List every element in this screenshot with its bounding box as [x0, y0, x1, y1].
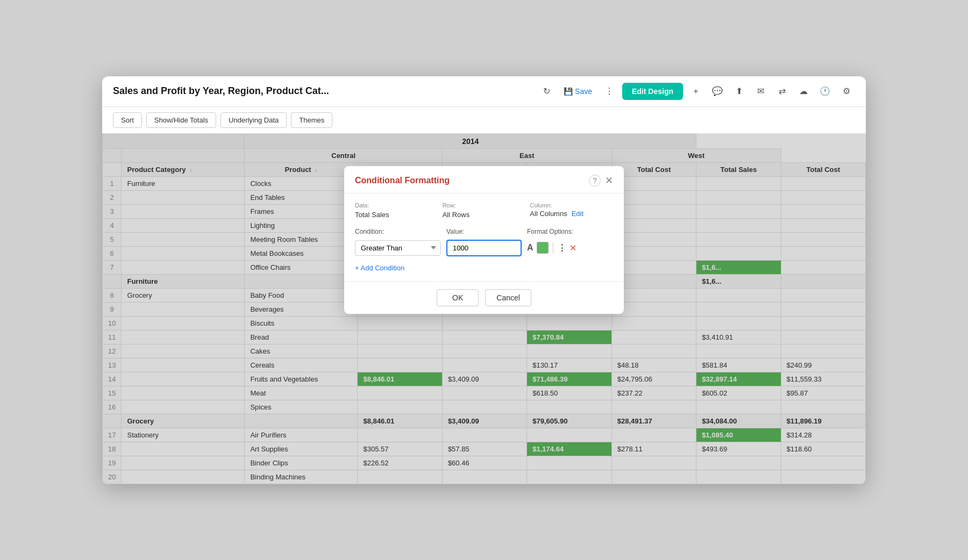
condition-label: Condition: [355, 228, 441, 235]
more-button[interactable]: ⋮ [601, 83, 618, 100]
mail-button[interactable]: ✉ [752, 83, 769, 100]
titlebar-actions: ↻ 💾 Save ⋮ Edit Design + 💬 ⬆ ✉ [538, 83, 855, 100]
value-label: Value: [446, 228, 522, 235]
modal-meta: Data: Total Sales Row: All Rows Column: … [355, 202, 613, 219]
modal-header: Conditional Formatting ? ✕ [344, 166, 624, 193]
save-button[interactable]: 💾 Save [559, 85, 596, 98]
plus-icon: + [693, 87, 698, 96]
format-options-label: Format Options: [527, 228, 573, 235]
column-value: All Columns [530, 210, 567, 218]
row-meta-group: Row: All Rows [443, 202, 526, 219]
content-area: 2014 Central East West Product Category … [102, 134, 866, 484]
color-swatch[interactable] [537, 242, 549, 254]
add-button[interactable]: + [687, 83, 704, 100]
format-more-icon[interactable]: ⋮ [558, 243, 566, 253]
app-window: Sales and Profit by Year, Region, Produc… [102, 76, 866, 484]
column-meta-group: Column: All Columns Edit [530, 202, 613, 219]
conditional-formatting-modal: Conditional Formatting ? ✕ [344, 166, 624, 314]
row-value: All Rows [443, 211, 470, 219]
font-icon: A [527, 243, 533, 253]
close-icon: ✕ [605, 175, 613, 186]
share-button[interactable]: ⇄ [773, 83, 791, 100]
page-title: Sales and Profit by Year, Region, Produc… [113, 85, 538, 97]
underlying-data-button[interactable]: Underlying Data [220, 112, 287, 128]
mail-icon: ✉ [757, 86, 764, 96]
modal-body: Data: Total Sales Row: All Rows Column: … [344, 193, 624, 281]
data-label: Data: [355, 202, 438, 209]
upload-icon: ⬆ [736, 86, 743, 96]
upload-button[interactable]: ⬆ [730, 83, 748, 100]
titlebar: Sales and Profit by Year, Region, Produc… [102, 76, 866, 107]
themes-button[interactable]: Themes [291, 112, 332, 128]
save-icon: 💾 [564, 87, 573, 96]
edit-link[interactable]: Edit [572, 210, 583, 218]
history-button[interactable]: 🕐 [816, 83, 834, 100]
value-input[interactable] [446, 240, 522, 256]
row-label: Row: [443, 202, 526, 209]
clock-icon: 🕐 [820, 86, 830, 96]
data-meta-group: Data: Total Sales [355, 202, 438, 219]
add-condition-link[interactable]: + Add Condition [355, 264, 404, 272]
condition-row: Greater Than Less Than Equal Between A ⋮… [355, 240, 613, 256]
divider [553, 242, 553, 253]
column-label: Column: [530, 202, 613, 209]
refresh-icon: ↻ [543, 86, 550, 96]
format-delete-icon[interactable]: ✕ [570, 243, 576, 253]
edit-design-button[interactable]: Edit Design [622, 83, 683, 100]
settings-icon: ⚙ [843, 86, 850, 96]
save-label: Save [575, 87, 592, 96]
modal-overlay: Conditional Formatting ? ✕ [102, 134, 866, 484]
cloud-button[interactable]: ☁ [795, 83, 812, 100]
condition-select[interactable]: Greater Than Less Than Equal Between [355, 240, 441, 256]
modal-footer: OK Cancel [344, 281, 624, 314]
help-icon: ? [593, 176, 597, 185]
comment-icon: 💬 [712, 86, 723, 96]
ok-button[interactable]: OK [437, 289, 479, 306]
modal-close-button[interactable]: ✕ [605, 175, 613, 186]
cloud-icon: ☁ [799, 86, 808, 96]
share-icon: ⇄ [779, 86, 786, 96]
comment-button[interactable]: 💬 [709, 83, 726, 100]
sort-button[interactable]: Sort [113, 112, 142, 128]
refresh-button[interactable]: ↻ [538, 83, 555, 100]
modal-help-button[interactable]: ? [589, 175, 601, 186]
cancel-button[interactable]: Cancel [485, 289, 531, 306]
format-options: A ⋮ ✕ [527, 242, 576, 254]
show-hide-totals-button[interactable]: Show/Hide Totals [146, 112, 216, 128]
more-icon: ⋮ [605, 86, 614, 96]
toolbar: Sort Show/Hide Totals Underlying Data Th… [102, 107, 866, 134]
data-value: Total Sales [355, 211, 389, 219]
settings-button[interactable]: ⚙ [838, 83, 855, 100]
modal-title: Conditional Formatting [355, 176, 450, 185]
